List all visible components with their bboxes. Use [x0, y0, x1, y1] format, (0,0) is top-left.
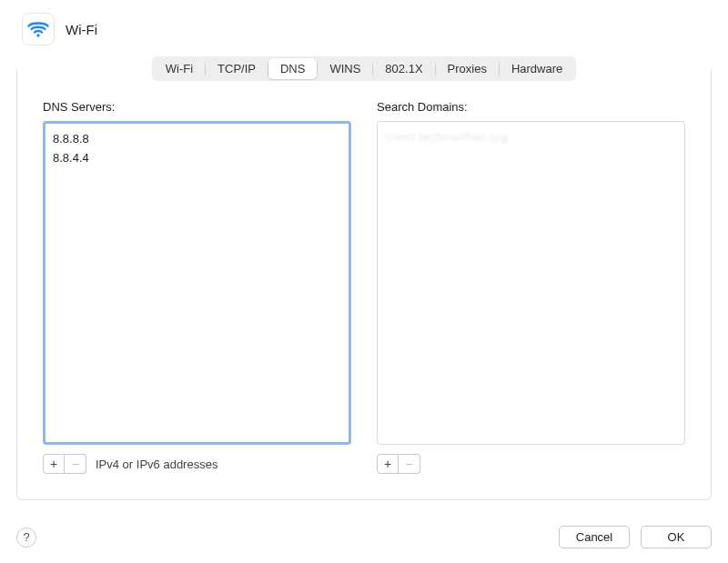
- search-domains-label: Search Domains:: [377, 100, 685, 114]
- dns-controls-row: + − IPv4 or IPv6 addresses: [43, 454, 351, 474]
- header: Wi-Fi: [0, 0, 728, 51]
- search-domains-column: Search Domains: client.technorlhan.org +…: [377, 100, 685, 474]
- search-remove-button[interactable]: −: [399, 454, 420, 474]
- minus-icon: −: [71, 457, 78, 471]
- plus-icon: +: [384, 457, 391, 471]
- wifi-app-icon: [22, 13, 55, 45]
- minus-icon: −: [405, 457, 412, 471]
- dns-remove-button[interactable]: −: [65, 454, 86, 474]
- search-add-button[interactable]: +: [377, 454, 399, 474]
- wifi-icon: [25, 16, 51, 42]
- cancel-button[interactable]: Cancel: [559, 526, 630, 548]
- footer: ? Cancel OK: [16, 526, 712, 548]
- plus-icon: +: [50, 457, 57, 471]
- search-domains-list[interactable]: client.technorlhan.org: [377, 121, 685, 445]
- help-button[interactable]: ?: [16, 528, 36, 548]
- dns-server-item[interactable]: 8.8.8.8: [53, 129, 341, 148]
- dns-server-item[interactable]: 8.8.4.4: [53, 148, 341, 167]
- search-add-remove-group: + −: [377, 454, 420, 474]
- search-domain-item[interactable]: client.technorlhan.org: [385, 127, 677, 146]
- svg-point-0: [36, 34, 39, 36]
- dns-hint: IPv4 or IPv6 addresses: [96, 457, 217, 471]
- dns-servers-label: DNS Servers:: [43, 100, 351, 114]
- dns-add-remove-group: + −: [43, 454, 86, 474]
- help-icon: ?: [23, 530, 29, 544]
- content-panel: DNS Servers: 8.8.8.8 8.8.4.4 + − IPv4 or…: [16, 69, 712, 500]
- ok-button[interactable]: OK: [641, 526, 712, 548]
- page-title: Wi-Fi: [66, 22, 97, 37]
- columns: DNS Servers: 8.8.8.8 8.8.4.4 + − IPv4 or…: [43, 100, 685, 474]
- dns-column: DNS Servers: 8.8.8.8 8.8.4.4 + − IPv4 or…: [43, 100, 351, 474]
- dns-servers-list[interactable]: 8.8.8.8 8.8.4.4: [43, 121, 351, 445]
- dns-add-button[interactable]: +: [43, 454, 65, 474]
- search-controls-row: + −: [377, 454, 685, 474]
